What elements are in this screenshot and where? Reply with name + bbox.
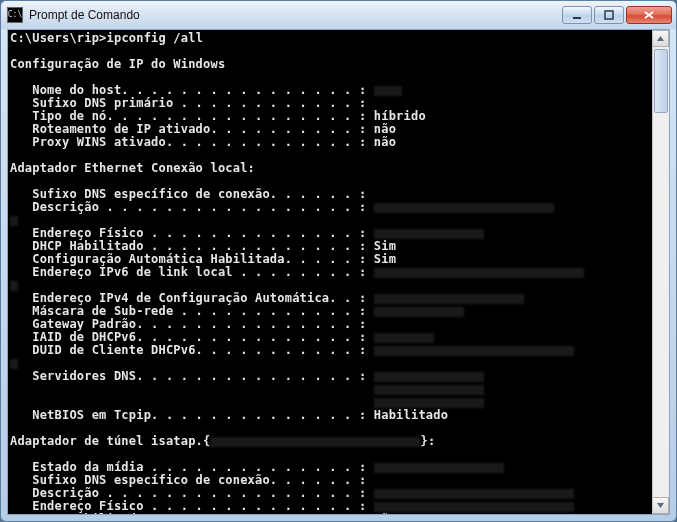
redacted-value [374,229,484,239]
vertical-scrollbar[interactable] [652,30,669,514]
label-ip-routing: Roteamento de IP ativado. . . . . . . . … [10,122,366,136]
prompt-cwd: C:\Users\rip> [10,31,107,45]
redacted-value [374,372,484,382]
command-prompt-window: C:\ Prompt de Comando C:\Users\rip>ipcon… [0,0,677,522]
redacted-value [374,346,574,356]
value-wins-proxy: não [374,135,396,149]
label-node-type: Tipo de nó. . . . . . . . . . . . . . . … [10,109,366,123]
value-ip-routing: não [374,122,396,136]
label-netbios: NetBIOS em Tcpip. . . . . . . . . . . . … [10,408,366,422]
label-autoconf: Configuração Automática Habilitada. . . … [10,252,366,266]
redacted-value [10,359,18,369]
terminal-container: C:\Users\rip>ipconfig /all Configuração … [7,29,670,515]
minimize-icon [572,10,582,20]
scroll-track[interactable] [653,47,669,497]
value-node-type: híbrido [374,109,426,123]
redacted-value [374,385,484,395]
redacted-value [374,268,584,278]
label-description-2: Descrição . . . . . . . . . . . . . . . … [10,486,366,500]
label-dns-suffix: Sufixo DNS primário . . . . . . . . . . … [10,96,366,110]
label-duid: DUID de Cliente DHCPv6. . . . . . . . . … [10,343,366,357]
label-ipv6-ll: Endereço IPv6 de link local . . . . . . … [10,265,366,279]
label-conn-dns-suffix: Sufixo DNS específico de conexão. . . . … [10,187,366,201]
label-gateway: Gateway Padrão. . . . . . . . . . . . . … [10,317,366,331]
minimize-button[interactable] [562,6,592,24]
scroll-down-button[interactable] [653,497,669,514]
prompt-command: ipconfig /all [107,31,204,45]
label-dhcp-enabled: DHCP Habilitado . . . . . . . . . . . . … [10,239,366,253]
section-adapter2-prefix: Adaptador de túnel isatap.{ [10,434,210,448]
redacted-value [374,307,464,317]
redacted-value [10,216,18,226]
maximize-icon [604,10,614,20]
redacted-value [374,502,574,512]
label-phys-addr: Endereço Físico . . . . . . . . . . . . … [10,226,366,240]
label-conn-dns-suffix-2: Sufixo DNS específico de conexão. . . . … [10,473,366,487]
label-phys-addr-2: Endereço Físico . . . . . . . . . . . . … [10,499,366,513]
label-description: Descrição . . . . . . . . . . . . . . . … [10,200,366,214]
label-wins-proxy: Proxy WINS ativado. . . . . . . . . . . … [10,135,366,149]
value-autoconf-1: Sim [374,252,396,266]
section-adapter2-suffix: }: [420,434,435,448]
redacted-value [210,437,420,447]
value-netbios: Habilitado [374,408,448,422]
section-adapter1: Adaptador Ethernet Conexão local: [10,161,255,175]
window-controls [562,6,672,24]
titlebar[interactable]: C:\ Prompt de Comando [1,1,676,29]
value-dhcp-enabled-2: Não [374,512,396,514]
redacted-value [374,489,574,499]
app-icon: C:\ [7,7,23,23]
terminal-output[interactable]: C:\Users\rip>ipconfig /all Configuração … [8,30,652,514]
label-dns-servers: Servidores DNS. . . . . . . . . . . . . … [10,369,366,383]
svg-marker-4 [657,36,664,41]
window-title: Prompt de Comando [29,8,562,22]
label-subnet-mask: Máscara de Sub-rede . . . . . . . . . . … [10,304,366,318]
svg-rect-1 [605,11,613,19]
label-iaid: IAID de DHCPv6. . . . . . . . . . . . . … [10,330,366,344]
redacted-value [374,333,434,343]
section-winip: Configuração de IP do Windows [10,57,225,71]
chevron-down-icon [656,501,665,510]
label-dhcp-enabled-2: DHCP Habilitado . . . . . . . . . . . . … [10,512,366,514]
redacted-value [374,398,484,408]
redacted-value [10,281,18,291]
scroll-up-button[interactable] [653,30,669,47]
redacted-value [374,294,524,304]
chevron-up-icon [656,34,665,43]
label-host-name: Nome do host. . . . . . . . . . . . . . … [10,83,366,97]
redacted-value [374,203,554,213]
label-media-state: Estado da mídia . . . . . . . . . . . . … [10,460,366,474]
value-dhcp-enabled-1: Sim [374,239,396,253]
label-ipv4-auto: Endereço IPv4 de Configuração Automática… [10,291,366,305]
maximize-button[interactable] [594,6,624,24]
redacted-value [374,86,402,96]
scroll-thumb[interactable] [654,49,668,113]
svg-rect-0 [573,17,581,19]
redacted-value [374,463,504,473]
close-icon [643,10,655,20]
close-button[interactable] [626,6,672,24]
svg-marker-5 [657,503,664,508]
